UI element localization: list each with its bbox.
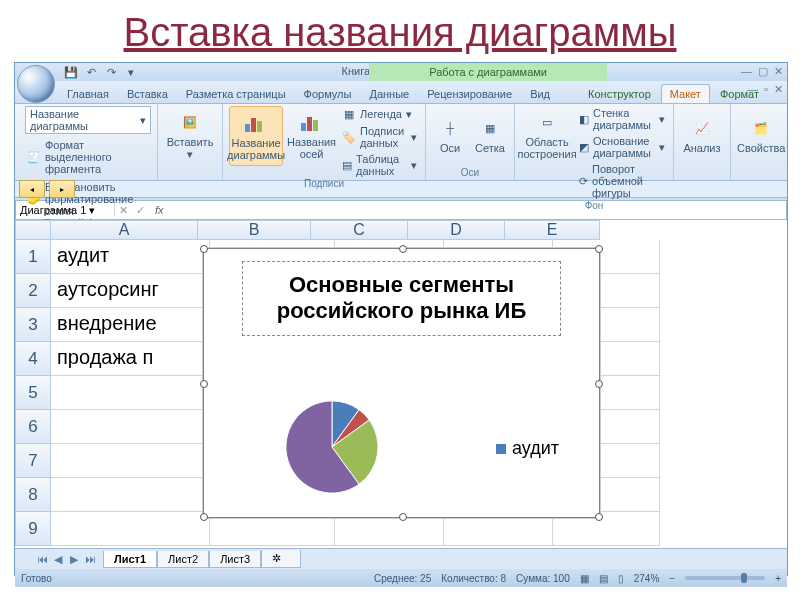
slide-title: Вставка названия диаграммы bbox=[0, 10, 800, 55]
